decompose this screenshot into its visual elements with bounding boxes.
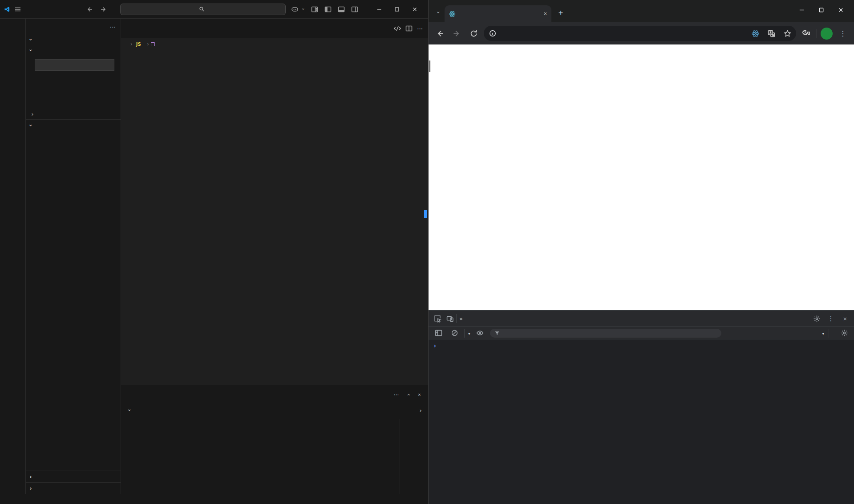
context-selector[interactable]: ▾	[468, 330, 470, 336]
inspect-element-icon[interactable]	[431, 313, 444, 324]
editor-more-actions-icon[interactable]: ⋯	[417, 25, 423, 32]
translate-icon[interactable]	[765, 27, 777, 40]
activity-bar	[0, 19, 26, 494]
browser-forward-icon[interactable]	[450, 27, 463, 40]
clear-console-icon[interactable]	[448, 327, 461, 339]
panel-tab-bar: ⋯ › ×	[121, 385, 428, 404]
close-button[interactable]	[406, 3, 424, 16]
more-tabs-icon[interactable]: »	[457, 315, 465, 322]
console-toolbar: ▾ ▾	[429, 327, 854, 339]
copilot-icon[interactable]: ›	[290, 4, 307, 15]
editor-area: ⋯ › JS › ⋯ ›	[121, 19, 428, 494]
browser-tab[interactable]: ×	[445, 5, 551, 22]
text-cursor	[429, 60, 430, 72]
live-expression-eye-icon[interactable]	[474, 327, 486, 339]
panel-more-actions-icon[interactable]: ⋯	[394, 391, 399, 398]
react-devtools-icon[interactable]	[749, 27, 761, 40]
devtools-menu-icon[interactable]: ⋮	[825, 313, 837, 324]
terminal-output[interactable]	[128, 419, 400, 494]
site-info-icon[interactable]	[489, 30, 496, 37]
close-tab-icon[interactable]: ×	[544, 11, 547, 17]
outline-section[interactable]: ›	[26, 471, 121, 482]
console-settings-icon[interactable]	[838, 327, 850, 339]
toggle-sidebar-icon[interactable]	[322, 4, 334, 15]
symbol-class-icon	[151, 42, 155, 46]
bookmark-star-icon[interactable]	[781, 27, 793, 40]
js-file-icon: JS	[134, 42, 142, 47]
forward-arrow-icon[interactable]	[98, 4, 109, 15]
browser-tab-strip: › × +	[429, 0, 854, 22]
console-prompt[interactable]: ›	[429, 339, 854, 349]
vscode-window: › ⋯ › › › › › ›	[0, 0, 428, 504]
address-bar[interactable]	[484, 26, 796, 41]
menu-icon[interactable]	[14, 4, 21, 15]
react-logo-icon	[449, 11, 456, 17]
vscode-logo-icon	[4, 5, 10, 14]
debug-console-content	[26, 74, 121, 109]
editor-layout-icon[interactable]	[405, 25, 413, 32]
browser-minimize-button[interactable]	[792, 4, 811, 16]
bottom-panel: ⋯ › × › ›	[121, 385, 428, 494]
devtools-settings-icon[interactable]	[810, 313, 823, 324]
tab-search-icon[interactable]: ›	[432, 6, 445, 19]
panel-expand-icon[interactable]: ›	[417, 407, 424, 414]
minimize-button[interactable]	[370, 3, 388, 16]
new-tab-button[interactable]: +	[554, 6, 567, 20]
code-editor[interactable]	[121, 50, 428, 385]
devtools-tab-bar: » ⋮ ×	[429, 310, 854, 327]
browser-toolbar: ⋮	[429, 22, 854, 44]
editor-tab-bar: ⋯	[121, 19, 428, 38]
devtools: » ⋮ × ▾ ▾ ›	[429, 310, 854, 504]
command-center-search[interactable]	[120, 4, 286, 15]
filter-funnel-icon	[494, 331, 500, 336]
browser-menu-icon[interactable]: ⋮	[836, 27, 850, 40]
console-messages: ›	[429, 339, 854, 504]
customize-layout-icon[interactable]	[309, 4, 320, 15]
debug-console-section[interactable]: ›	[26, 45, 121, 56]
devtools-close-icon[interactable]: ×	[839, 313, 851, 324]
vscode-titlebar: ›	[0, 0, 428, 19]
toggle-panel-icon[interactable]	[336, 4, 347, 15]
terminal-instances	[400, 419, 428, 494]
explorer-actions-icon[interactable]: ⋯	[110, 23, 116, 30]
maximize-button[interactable]	[388, 3, 406, 16]
timeline-section[interactable]: ›	[26, 482, 121, 494]
console-filter-input[interactable]	[490, 329, 721, 338]
browser-back-icon[interactable]	[433, 27, 446, 40]
browser-reload-icon[interactable]	[467, 27, 480, 40]
extensions-puzzle-icon[interactable]	[800, 27, 813, 40]
debug-console-prompt[interactable]: ›	[26, 109, 121, 119]
device-toolbar-icon[interactable]	[444, 313, 456, 324]
status-bar	[0, 494, 428, 504]
console-sidebar-icon[interactable]	[432, 327, 445, 339]
close-panel-icon[interactable]: ×	[418, 392, 421, 397]
breadcrumb[interactable]: › JS ›	[121, 38, 428, 50]
browser-maximize-button[interactable]	[811, 4, 831, 16]
toggle-secondary-sidebar-icon[interactable]	[349, 4, 360, 15]
split-editor-icon[interactable]	[394, 25, 401, 32]
project-root-folder[interactable]: ›	[26, 119, 121, 131]
profile-avatar[interactable]	[821, 28, 833, 40]
explorer-sidebar: ⋯ › › › › › ›	[26, 19, 121, 494]
maximize-panel-icon[interactable]: ›	[405, 391, 412, 398]
web-page	[429, 44, 854, 310]
open-editors-section[interactable]: ›	[26, 34, 121, 45]
browser-window: › × + ⋮	[428, 0, 854, 504]
browser-close-button[interactable]	[831, 4, 850, 16]
overview-ruler-marker	[424, 210, 427, 218]
log-levels-dropdown[interactable]: ▾	[822, 330, 824, 336]
back-arrow-icon[interactable]	[84, 4, 95, 15]
search-icon	[199, 6, 205, 12]
debug-filter-input[interactable]	[35, 59, 114, 71]
